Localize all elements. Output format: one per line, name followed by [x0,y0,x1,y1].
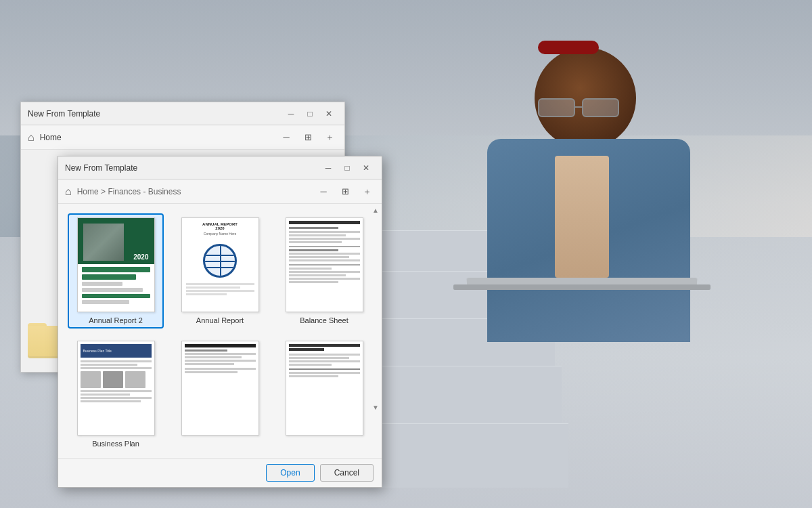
bs-line-4 [289,238,360,240]
template-thumb-bs [286,217,363,312]
front-home-icon: ⌂ [65,186,72,198]
bg-nav-plus[interactable]: ＋ [321,130,338,145]
doc3-line-6 [289,375,339,377]
template-label-bp: Business Plan [92,440,139,448]
ar-globe-hline3 [205,267,235,268]
template-thumb-ar: ANNUAL REPORT2020 Company Name Here [181,217,259,312]
template-item-balance-sheet[interactable]: Balance Sheet [276,213,372,329]
bp-header: Business Plan Title [81,344,152,358]
bp-line-7 [81,400,141,402]
bg-home-icon: ⌂ [28,131,35,144]
bs-divider [289,246,360,247]
ar-text-4 [186,293,227,295]
front-dialog-nav: ⌂ Home > Finances - Business ─ ⊞ ＋ [58,179,382,204]
doc3-line-4 [289,364,332,366]
doc3-header [289,344,360,347]
bg-breadcrumb: Home [40,133,273,142]
bp-images [81,371,152,388]
doc2-line-5 [185,363,235,365]
front-close-button[interactable]: ✕ [357,161,375,175]
ar-title: ANNUAL REPORT2020 [202,222,238,230]
front-nav-plus[interactable]: ＋ [359,184,375,199]
bp-header-text: Business Plan Title [83,349,112,353]
bs-line-2 [289,231,360,233]
bs-line-8 [289,256,349,258]
bs-divider-2 [289,264,360,266]
doc2-line-1 [185,350,227,352]
ar2-bar-3 [82,282,123,286]
template-item-doc3[interactable] [276,337,372,448]
bs-line-7 [289,253,360,255]
template-label-ar: Annual Report [196,316,244,324]
front-dialog-title: New From Template [65,163,137,173]
breadcrumb-subfolder: Finances - Business [108,187,181,196]
doc2-line-7 [185,371,238,373]
doc2-line-3 [185,356,242,358]
bg-close-button[interactable]: ✕ [320,106,338,121]
bs-header [289,221,360,224]
ar2-bar-6 [82,300,130,304]
doc3-line-2 [289,357,349,359]
dialog-footer: Open Cancel [58,458,382,487]
doc2-line-2 [185,353,256,355]
template-item-doc2[interactable] [172,337,268,448]
template-thumb-ar2: 2020 [77,217,155,312]
bp-line-3 [81,367,152,369]
bs-line-13 [289,278,360,280]
bg-nav-grid[interactable]: ⊞ [300,130,316,145]
template-label-ar2: Annual Report 2 [89,316,143,324]
bs-line-3 [289,234,346,236]
scroll-arrow-up[interactable]: ▲ [372,207,379,214]
template-item-business-plan[interactable]: Business Plan Title Business Plan [68,337,164,448]
bp-line-5 [81,394,131,396]
template-item-annual-report[interactable]: ANNUAL REPORT2020 Company Name Here [172,213,268,329]
bp-line-4 [81,390,152,392]
front-dialog-content: 2020 Annual Report 2 ANNUAL REP [58,204,382,448]
bs-line-6 [289,249,339,251]
bg-dialog-nav: ⌂ Home ─ ⊞ ＋ [21,125,344,150]
template-thumb-doc3 [286,341,363,436]
ar-text-3 [186,290,254,292]
ar-globe-vline [220,246,221,276]
bs-line-12 [289,274,346,276]
breadcrumb-separator: > [101,187,108,196]
doc3-divider [289,368,360,370]
front-maximize-button[interactable]: □ [338,161,356,175]
doc3-line-3 [289,360,360,362]
cancel-button[interactable]: Cancel [320,464,374,482]
template-thumb-doc2 [181,341,259,436]
front-minimize-button[interactable]: ─ [319,161,337,175]
front-nav-minus[interactable]: ─ [315,184,332,199]
front-dialog-content-wrapper: 2020 Annual Report 2 ANNUAL REP [58,204,382,448]
bs-line-10 [289,268,332,270]
ar2-bottom-section [78,264,154,312]
breadcrumb-home[interactable]: Home [77,187,99,196]
bp-img-2 [103,371,123,388]
template-item-annual-report-2[interactable]: 2020 Annual Report 2 [68,213,164,329]
bp-img-3 [125,371,145,388]
bp-line-1 [81,360,152,362]
person-figure [433,34,758,494]
doc2-header [185,344,256,347]
ar2-bar-1 [82,267,150,272]
bp-line-6 [81,397,152,399]
ar-globe [203,244,237,278]
ar-globe-hline2 [205,255,235,256]
bg-dialog-titlebar: New From Template ─ □ ✕ [21,102,344,125]
bg-minimize-button[interactable]: ─ [282,106,300,121]
open-button[interactable]: Open [266,464,314,482]
bg-nav-minus[interactable]: ─ [278,130,294,145]
doc2-line-6 [185,368,256,370]
bg-maximize-button[interactable]: □ [301,106,319,121]
bs-line-9 [289,259,360,261]
bp-img-1 [81,371,101,388]
bs-line-14 [289,281,339,283]
ar-subtitle: Company Name Here [204,232,236,236]
doc3-line-5 [289,372,360,374]
ar-text-2 [186,287,241,289]
front-breadcrumb: Home > Finances - Business [77,187,310,196]
bg-titlebar-controls: ─ □ ✕ [282,106,338,121]
scroll-arrow-down[interactable]: ▼ [372,404,379,411]
front-nav-grid[interactable]: ⊞ [337,184,353,199]
bp-line-2 [81,364,137,366]
